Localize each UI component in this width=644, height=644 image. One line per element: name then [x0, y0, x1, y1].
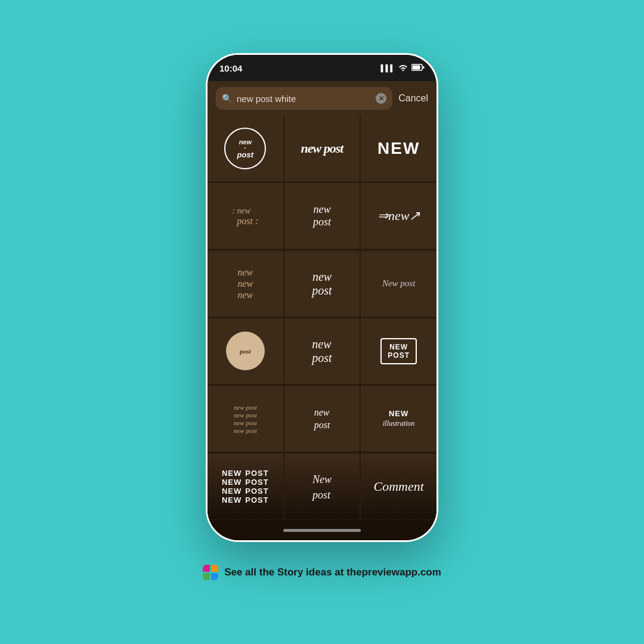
sticker-cell[interactable]: Comment: [361, 454, 436, 519]
sticker-label: new post: [234, 404, 257, 411]
svg-rect-1: [413, 65, 420, 69]
logo-quadrant-1: [203, 565, 210, 572]
cancel-button[interactable]: Cancel: [398, 93, 428, 104]
sticker-label: POST: [245, 487, 268, 496]
sticker-cell[interactable]: new ✦ post: [208, 116, 283, 181]
search-bar[interactable]: 🔍 new post white ✕: [216, 87, 392, 110]
sticker-cell[interactable]: new new new: [208, 251, 283, 317]
sticker-label: NEW: [222, 496, 242, 504]
battery-icon: [411, 64, 425, 73]
wifi-icon: [398, 64, 408, 73]
sticker-cell[interactable]: NEWPOST NEWPOST NEWPOST NEWPOST: [208, 454, 283, 519]
footer-text: See all the Story ideas at thepreviewapp…: [224, 566, 441, 578]
sticker-cell[interactable]: : new post :: [208, 183, 283, 249]
sticker-label: new: [237, 290, 253, 301]
sticker-cell[interactable]: new post: [284, 386, 360, 451]
sticker-new-post-script: new post: [301, 141, 343, 156]
sticker-cell[interactable]: NEW illustration: [361, 386, 436, 451]
sticker-cell[interactable]: NEW POST: [361, 318, 436, 384]
sticker-comment: Comment: [373, 479, 423, 494]
sticker-label: new: [239, 138, 252, 145]
app-logo: [203, 565, 218, 580]
phone-screen: 10:04 ▌▌▌: [208, 55, 436, 540]
sticker-new-post-lowercase: new post: [312, 338, 332, 365]
sticker-label: POST: [245, 478, 268, 487]
logo-quadrant-2: [211, 565, 218, 572]
sticker-cursive-small: new post: [314, 406, 330, 431]
sticker-cell[interactable]: new post new post new post new post: [208, 386, 283, 451]
sticker-new-arrow: ⇒new↗: [377, 208, 420, 224]
sticker-label: post: [240, 348, 250, 355]
sticker-new-post-thin: New post: [382, 278, 415, 289]
status-icons: ▌▌▌: [381, 64, 425, 73]
sticker-new-post-white2: new post: [313, 203, 331, 228]
sticker-label: NEW: [222, 487, 242, 496]
sticker-bold-stacked: NEWPOST NEWPOST NEWPOST NEWPOST: [222, 469, 269, 504]
sticker-cell[interactable]: New post: [284, 454, 360, 519]
sticker-cell[interactable]: New post: [361, 251, 436, 317]
sticker-label: new post: [234, 419, 257, 426]
sticker-new-illustration: NEW illustration: [383, 409, 414, 428]
sticker-label: NEW: [222, 469, 242, 478]
sticker-cell[interactable]: post: [208, 318, 283, 384]
page-wrapper: 10:04 ▌▌▌: [0, 0, 644, 644]
sticker-new-cursive2: New post: [312, 471, 332, 502]
clear-search-button[interactable]: ✕: [376, 93, 386, 104]
logo-quadrant-3: [203, 573, 210, 580]
sticker-label: post: [237, 150, 253, 159]
svg-rect-2: [423, 66, 425, 69]
sticker-cell[interactable]: ⇒new↗: [361, 183, 436, 249]
search-query-text: new post white: [237, 94, 371, 104]
sticker-circle-beige: post: [226, 332, 265, 370]
sticker-grid: new ✦ post new post NEW: [208, 116, 436, 520]
sticker-label: new: [237, 267, 253, 278]
sticker-divider: ✦: [244, 146, 246, 150]
status-time: 10:04: [219, 63, 242, 73]
sticker-circle-outline: new ✦ post: [224, 128, 266, 169]
sticker-new-bold: NEW: [377, 139, 420, 158]
sticker-cell[interactable]: NEW: [361, 116, 436, 181]
sticker-label: new: [237, 278, 253, 289]
sticker-cell[interactable]: new post: [284, 318, 360, 384]
sticker-label: illustration: [383, 419, 414, 428]
home-bar: [283, 529, 361, 532]
phone-notch: [283, 55, 361, 73]
sticker-grid-wrapper: new ✦ post new post NEW: [208, 116, 436, 520]
sticker-stacked-text: new post new post new post new post: [234, 404, 257, 434]
sticker-label: NEW: [389, 409, 408, 418]
sticker-cell[interactable]: new post: [284, 116, 360, 181]
sticker-label: NEW: [222, 478, 242, 487]
footer: See all the Story ideas at thepreviewapp…: [0, 554, 644, 591]
sticker-new-post-handwritten: new post: [312, 270, 332, 298]
phone-mockup: 10:04 ▌▌▌: [206, 53, 438, 542]
home-indicator: [208, 520, 436, 540]
sticker-cell[interactable]: new post: [284, 183, 360, 249]
logo-quadrant-4: [211, 573, 218, 580]
search-icon: 🔍: [222, 94, 232, 103]
sticker-new-post-colon: : new post :: [232, 205, 258, 227]
sticker-label: POST: [388, 351, 410, 360]
signal-icon: ▌▌▌: [381, 64, 395, 72]
screen-content: 🔍 new post white ✕ Cancel new ✦: [208, 81, 436, 540]
sticker-triple-new: new new new: [237, 267, 253, 301]
sticker-box-outline: NEW POST: [380, 338, 417, 364]
sticker-label: NEW: [389, 343, 408, 351]
sticker-label: new post: [234, 411, 257, 419]
sticker-cell[interactable]: new post: [284, 251, 360, 317]
sticker-label: POST: [245, 469, 268, 478]
search-area: 🔍 new post white ✕ Cancel: [208, 81, 436, 116]
sticker-label: new post: [234, 427, 257, 434]
sticker-label: POST: [245, 496, 268, 504]
